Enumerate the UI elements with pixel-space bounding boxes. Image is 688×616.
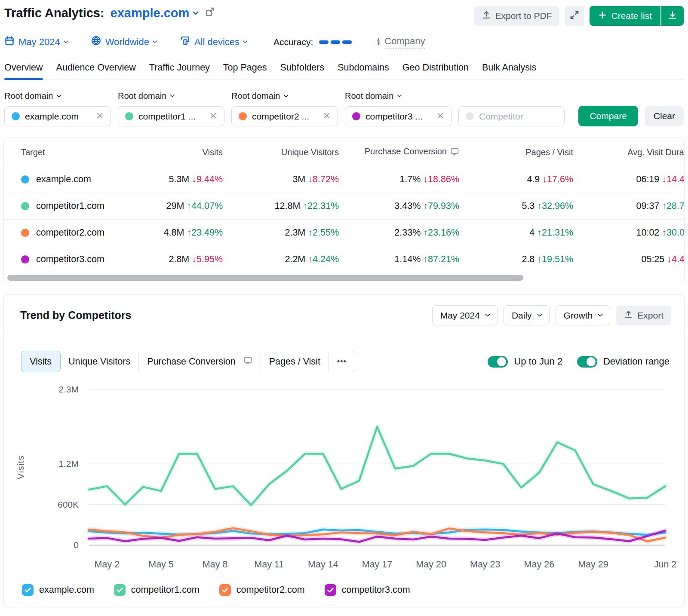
metric-tab-purchase-conversion[interactable]: Purchase Conversion [139,351,261,372]
close-icon[interactable] [209,111,217,122]
create-list-split-button: Create list [590,6,684,26]
table-row-competitor1[interactable]: competitor1.com 29M↑44.07% 12.8M↑22.31% … [4,193,684,220]
table-row-competitor3[interactable]: competitor3.com 2.8M↓5.95% 2.2M↑4.24% 1.… [4,246,684,273]
main-tabs: Overview Audience Overview Traffic Journ… [3,62,685,80]
region-filter[interactable]: Worldwide [91,35,157,49]
period-select[interactable]: May 2024 [432,305,498,325]
granularity-select[interactable]: Daily [504,305,550,325]
scrollbar-thumb[interactable] [7,275,523,281]
checked-checkbox [325,584,336,596]
table-row-example[interactable]: example.com 5.3M↓9.44% 3M↓8.72% 1.7%↓18.… [4,166,684,193]
domain-dropdown[interactable]: example.com [111,6,198,20]
legend-item-competitor3[interactable]: competitor3.com [325,584,410,596]
legend-item-example[interactable]: example.com [22,584,94,596]
external-link-icon[interactable] [205,7,215,19]
devices-filter[interactable]: All devices [180,35,247,49]
col-purchase-conversion: Purchase Conversion [350,138,470,166]
traffic-analytics-page: Traffic Analytics: example.com Export [0,0,688,616]
competitor-input[interactable] [479,111,557,122]
col-pages-visit: Pages / Visit [470,138,584,166]
more-metrics-button[interactable]: ••• [329,351,355,372]
target-type-dropdown[interactable]: Root domain [231,91,338,101]
x-tick-label: May 14 [308,559,338,570]
x-tick-label: May 2 [95,559,120,570]
download-icon [668,10,677,22]
x-tick-label: May 29 [578,559,608,570]
globe-icon [91,35,101,49]
target-type-dropdown[interactable]: Root domain [4,91,111,101]
x-tick-label: May 11 [254,559,284,570]
series-color-dot [352,112,360,120]
tab-audience-overview[interactable]: Audience Overview [56,62,136,80]
tab-subfolders[interactable]: Subfolders [280,62,324,80]
metric-tab-unique-visitors[interactable]: Unique Visitors [60,351,139,372]
upload-icon [482,10,491,22]
x-tick-label: May 8 [203,559,228,570]
domain-name: example.com [111,6,190,20]
clear-button[interactable]: Clear [645,106,684,126]
deviation-range-toggle[interactable]: Deviation range [577,356,670,368]
close-icon[interactable] [323,111,331,122]
metric-tab-pages-visit[interactable]: Pages / Visit [261,351,329,372]
legend-item-competitor2[interactable]: competitor2.com [219,584,305,596]
tab-geo-distribution[interactable]: Geo Distribution [402,62,469,80]
x-tick-label: May 5 [148,559,174,570]
series-color-dot [21,229,29,237]
target-type-dropdown[interactable]: Root domain [345,91,452,101]
upload-icon [624,310,633,321]
col-avg-visit-duration: Avg. Visit Duration [584,138,684,166]
col-visits: Visits [150,138,234,166]
target-chip-competitor1[interactable]: competitor1 ... [118,106,224,126]
chevron-down-icon [243,38,247,43]
tab-overview[interactable]: Overview [4,62,43,80]
legend-item-competitor1[interactable]: competitor1.com [114,584,200,596]
mode-select[interactable]: Growth [556,305,611,325]
y-tick-label: 2.3M [58,384,79,394]
desktop-icon [243,356,252,368]
download-list-button[interactable] [661,6,684,26]
target-type-dropdown[interactable]: Root domain [118,91,224,101]
close-icon[interactable] [436,111,444,122]
target-chip-competitor2[interactable]: competitor2 ... [231,106,338,126]
close-icon[interactable] [96,111,104,122]
expand-button[interactable] [565,6,584,26]
chevron-down-icon [537,312,542,316]
calendar-icon [4,36,15,49]
target-chip-example[interactable]: example.com [4,106,111,126]
metric-tab-visits[interactable]: Visits [22,351,60,372]
compare-button[interactable]: Compare [578,106,638,126]
tab-traffic-journey[interactable]: Traffic Journey [149,62,210,80]
up-to-date-toggle[interactable]: Up to Jun 2 [488,356,562,368]
table-row-competitor2[interactable]: competitor2.com 4.8M↑23.49% 2.3M↑2.55% 2… [4,220,684,246]
trend-chart[interactable]: 0600K1.2M2.3MMay 2May 5May 8May 11May 14… [4,377,684,578]
chevron-down-icon [397,92,402,97]
series-color-dot [21,175,29,184]
x-tick-label: May 17 [362,559,393,570]
chevron-down-icon [485,312,490,316]
export-pdf-button[interactable]: Export to PDF [474,6,560,26]
checked-checkbox [22,584,34,596]
toggle-on-icon [577,356,597,368]
date-filter[interactable]: May 2024 [4,36,68,49]
y-axis-title: Visits [15,455,25,479]
trend-export-button[interactable]: Export [616,306,671,325]
chevron-down-icon [152,38,157,43]
series-color-dot [125,112,133,120]
company-link[interactable]: i Company [377,36,425,49]
page-title: Traffic Analytics: [4,6,104,20]
tab-bulk-analysis[interactable]: Bulk Analysis [482,62,537,80]
deviation-range-competitor1.com[interactable] [89,427,665,506]
create-list-button[interactable]: Create list [590,6,660,26]
series-color-dot [12,112,20,120]
chart-legend: example.com competitor1.com competitor2.… [4,580,684,607]
chevron-down-icon [284,92,289,97]
x-tick-label: May 20 [416,559,446,570]
tab-top-pages[interactable]: Top Pages [223,62,267,80]
accuracy-bars-icon [319,40,352,44]
chevron-down-icon [170,92,175,97]
accuracy-indicator: Accuracy: [273,37,352,47]
x-tick-label: Jun 2 [654,559,677,570]
target-domain: competitor3.com [36,254,104,265]
tab-subdomains[interactable]: Subdomains [338,62,389,80]
target-chip-competitor3[interactable]: competitor3 ... [345,106,452,126]
